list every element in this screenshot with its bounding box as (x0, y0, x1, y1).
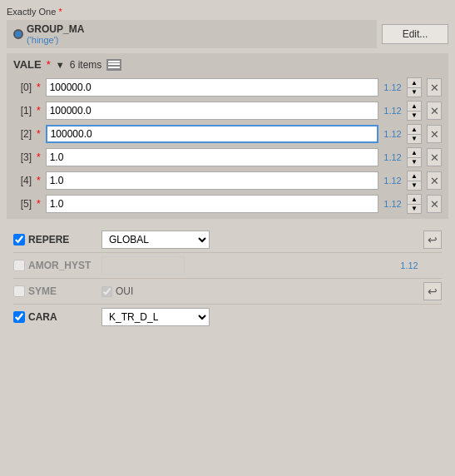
item-index-0: [0] (13, 82, 32, 93)
delete-btn-5[interactable]: ✕ (427, 195, 442, 213)
spin-buttons-5: ▲ ▼ (407, 194, 422, 214)
bottom-section: REPERE GLOBAL LOCAL USER ↩ AMOR_HYST 1.1… (7, 224, 448, 333)
amor-hyst-checkbox[interactable] (13, 260, 25, 271)
repere-row: REPERE GLOBAL LOCAL USER ↩ (13, 227, 442, 253)
items-list: [0] * 1.12 ▲ ▼ ✕ [1] * 1.12 ▲ ▼ (13, 77, 442, 214)
item-index-2: [2] (13, 128, 32, 140)
repere-select[interactable]: GLOBAL LOCAL USER (101, 231, 210, 249)
exactly-one-text: Exactly One (7, 7, 56, 17)
table-row: [1] * 1.12 ▲ ▼ ✕ (13, 101, 442, 121)
spin-down-3[interactable]: ▼ (408, 157, 421, 166)
repere-value-container: GLOBAL LOCAL USER (101, 231, 418, 249)
delete-btn-4[interactable]: ✕ (427, 171, 442, 190)
spin-up-4[interactable]: ▲ (408, 171, 421, 181)
link-112-5[interactable]: 1.12 (383, 199, 402, 209)
vale-header: VALE * ▼ 6 items (13, 58, 442, 71)
spin-buttons-0: ▲ ▼ (407, 77, 422, 97)
spin-up-1[interactable]: ▲ (408, 102, 421, 111)
item-index-5: [5] (13, 198, 32, 210)
spin-buttons-3: ▲ ▼ (407, 147, 422, 167)
spin-down-2[interactable]: ▼ (408, 134, 421, 143)
item-input-5[interactable] (46, 195, 378, 213)
amor-hyst-row: AMOR_HYST 1.12 (13, 253, 442, 279)
spin-down-5[interactable]: ▼ (408, 204, 421, 213)
items-count: 6 items (70, 59, 102, 71)
group-hint: ('hinge') (27, 35, 84, 45)
group-row: GROUP_MA ('hinge') Edit... (7, 20, 448, 48)
syme-checkbox[interactable] (13, 285, 25, 297)
syme-label: SYME (28, 285, 57, 297)
link-112-2[interactable]: 1.12 (383, 129, 402, 139)
syme-checkbox-group: SYME (13, 285, 96, 297)
delete-btn-2[interactable]: ✕ (427, 125, 442, 143)
main-container: Exactly One * GROUP_MA ('hinge') Edit...… (0, 0, 455, 340)
table-row: [4] * 1.12 ▲ ▼ ✕ (13, 171, 442, 191)
exactly-one-label: Exactly One * (7, 7, 448, 17)
amor-hyst-value-container (101, 256, 392, 275)
item-input-4[interactable] (46, 171, 378, 190)
amor-hyst-label: AMOR_HYST (28, 260, 91, 271)
radio-dot[interactable] (13, 29, 23, 39)
item-index-3: [3] (13, 151, 32, 163)
spin-down-4[interactable]: ▼ (408, 181, 421, 190)
spin-buttons-4: ▲ ▼ (407, 171, 422, 191)
cara-checkbox[interactable] (13, 311, 25, 323)
link-112-0[interactable]: 1.12 (383, 82, 402, 92)
item-index-4: [4] (13, 175, 32, 186)
vale-section: VALE * ▼ 6 items [0] * 1.12 ▲ ▼ ✕ (7, 53, 448, 219)
delete-btn-3[interactable]: ✕ (427, 148, 442, 166)
spin-down-1[interactable]: ▼ (408, 111, 421, 120)
repere-label: REPERE (28, 234, 69, 245)
spin-down-0[interactable]: ▼ (408, 87, 421, 97)
item-input-3[interactable] (46, 148, 378, 166)
spin-buttons-2: ▲ ▼ (407, 124, 422, 144)
table-row: [2] * 1.12 ▲ ▼ ✕ (13, 124, 442, 144)
repere-checkbox-group: REPERE (13, 234, 96, 245)
spin-buttons-1: ▲ ▼ (407, 101, 422, 121)
spin-up-5[interactable]: ▲ (408, 195, 421, 204)
item-index-1: [1] (13, 105, 32, 117)
cara-select[interactable]: K_TR_D_L K_TR_D_T K_T_D_L K_T_D_T (101, 308, 210, 326)
group-name: GROUP_MA (27, 23, 84, 35)
syme-reset-button[interactable]: ↩ (423, 282, 442, 300)
cara-row: CARA K_TR_D_L K_TR_D_T K_T_D_L K_T_D_T (13, 305, 442, 330)
spin-up-3[interactable]: ▲ (408, 148, 421, 157)
cara-checkbox-group: CARA (13, 311, 96, 323)
repere-reset-button[interactable]: ↩ (423, 231, 442, 249)
amor-hyst-checkbox-group: AMOR_HYST (13, 260, 96, 271)
edit-button[interactable]: Edit... (382, 24, 448, 44)
spin-up-0[interactable]: ▲ (408, 78, 421, 87)
delete-btn-1[interactable]: ✕ (427, 102, 442, 120)
repere-checkbox[interactable] (13, 234, 25, 245)
item-input-1[interactable] (46, 102, 378, 120)
link-112-4[interactable]: 1.12 (383, 176, 402, 186)
list-view-icon[interactable] (106, 59, 121, 71)
expand-button[interactable]: ▼ (56, 60, 65, 70)
oui-label: OUI (116, 285, 133, 297)
syme-value-container: OUI (101, 285, 418, 297)
link-112-3[interactable]: 1.12 (383, 152, 402, 162)
radio-group: GROUP_MA ('hinge') (7, 20, 377, 48)
table-row: [3] * 1.12 ▲ ▼ ✕ (13, 147, 442, 167)
cara-value-container: K_TR_D_L K_TR_D_T K_T_D_L K_T_D_T (101, 308, 418, 326)
table-row: [5] * 1.12 ▲ ▼ ✕ (13, 194, 442, 214)
vale-label: VALE (13, 58, 42, 71)
vale-required: * (47, 58, 51, 71)
table-row: [0] * 1.12 ▲ ▼ ✕ (13, 77, 442, 97)
delete-btn-0[interactable]: ✕ (427, 78, 442, 97)
item-input-2[interactable] (46, 125, 378, 143)
item-input-0[interactable] (46, 78, 378, 97)
oui-checkbox[interactable] (101, 286, 112, 297)
exactly-one-section: Exactly One * GROUP_MA ('hinge') Edit... (7, 7, 448, 48)
syme-row: SYME OUI ↩ (13, 279, 442, 305)
spin-up-2[interactable]: ▲ (408, 125, 421, 134)
amor-hyst-link[interactable]: 1.12 (400, 260, 418, 270)
cara-label: CARA (28, 311, 57, 323)
required-marker: * (58, 7, 62, 17)
amor-hyst-input (101, 256, 185, 275)
link-112-1[interactable]: 1.12 (383, 106, 402, 116)
